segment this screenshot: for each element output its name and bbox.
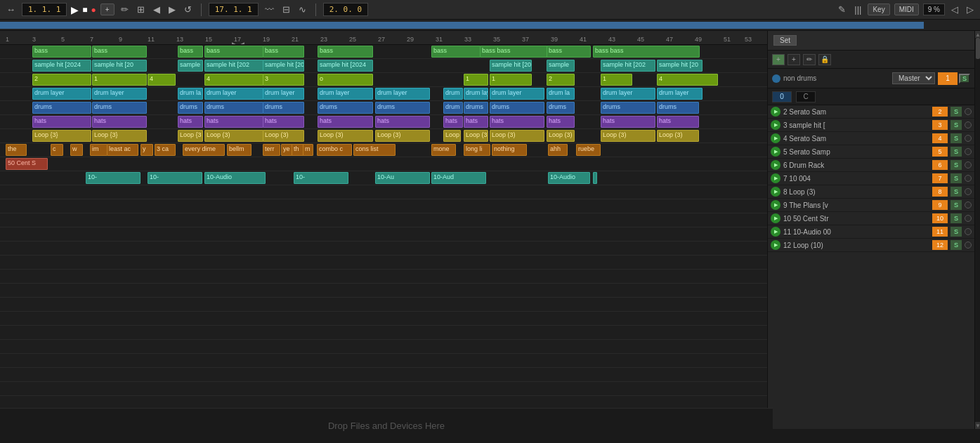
clip-bass-7[interactable]: bass	[431, 46, 481, 58]
clip-lyric-5[interactable]: least ac	[107, 144, 138, 156]
clip-bass-2[interactable]: bass	[92, 46, 147, 58]
zoom-in-icon[interactable]: ▷	[965, 4, 976, 15]
clip-drums-8[interactable]: drum	[443, 102, 463, 114]
clip-hats-10[interactable]: hats	[490, 116, 544, 128]
zoom-display[interactable]: 9 %	[923, 4, 945, 15]
scroll-track[interactable]	[975, 38, 980, 422]
add-button[interactable]: +	[100, 4, 115, 15]
clip-hats-7[interactable]: hats	[375, 116, 430, 128]
clip-samplehit-1[interactable]: sample hit [2024	[32, 60, 91, 72]
track-m-11[interactable]	[965, 228, 972, 235]
clip-lyric-1[interactable]: the	[6, 144, 27, 156]
time-display[interactable]: 17. 1. 1	[209, 3, 259, 16]
clip-num-3[interactable]: 4	[148, 74, 176, 86]
clip-drum-13[interactable]: drum layer	[657, 88, 703, 100]
back-icon[interactable]: ◀	[151, 4, 162, 15]
arrangement-view[interactable]: 1 3 5 7 9 11 13 15 17 19 21 23 25 27 29 …	[0, 31, 767, 429]
clip-drums-12[interactable]: drums	[601, 102, 655, 114]
clip-hats-3[interactable]: hats	[178, 116, 203, 128]
arrow-icon[interactable]: ↔	[4, 4, 18, 15]
clip-drum-8[interactable]: drum	[443, 88, 463, 100]
clip-lyric-17[interactable]: long li	[464, 144, 490, 156]
clip-lyric-9[interactable]: bellm	[227, 144, 251, 156]
track-s-2[interactable]: S	[950, 107, 962, 117]
clip-hats-4[interactable]: hats	[204, 116, 263, 128]
track-play-2[interactable]: ▶	[771, 107, 780, 117]
grid2-icon[interactable]: ⊟	[280, 4, 292, 15]
clip-drum-9[interactable]: drum lay	[464, 88, 488, 100]
clip-loop-9[interactable]: Loop (3)	[464, 130, 488, 142]
clip-samplehit-7[interactable]: sample hit [202	[490, 60, 532, 72]
clip-bass-bass-2[interactable]: bass bass	[593, 46, 700, 58]
clip-hats-5[interactable]: hats	[263, 116, 304, 128]
beat-display[interactable]: 2. 0. 0	[323, 3, 368, 16]
clip-drums-1[interactable]: drums	[32, 102, 91, 114]
clip-drums-7[interactable]: drums	[375, 102, 430, 114]
clip-lyric-7[interactable]: 3 ca	[155, 144, 176, 156]
clip-loop-11[interactable]: Loop (3)	[547, 130, 575, 142]
clip-drums-5[interactable]: drums	[263, 102, 304, 114]
track-item-3[interactable]: ▶ 3 sample hit [ 3 S	[768, 119, 974, 132]
clip-samplehit-3[interactable]: sample	[178, 60, 203, 72]
clip-num-1[interactable]: 2	[32, 74, 91, 86]
set-button[interactable]: Set	[773, 35, 797, 46]
track-play-8[interactable]: ▶	[771, 187, 780, 197]
track-item-4[interactable]: ▶ 4 Serato Sam 4 S	[768, 132, 974, 145]
track-s-4[interactable]: S	[950, 133, 962, 143]
clip-num-11[interactable]: 4	[657, 74, 718, 86]
clip-lyric-19[interactable]: ahh	[548, 144, 568, 156]
key-button[interactable]: Key	[868, 4, 889, 15]
clip-loop-8[interactable]: Loop	[443, 130, 461, 142]
clip-loop-12[interactable]: Loop (3)	[601, 130, 655, 142]
track-s-8[interactable]: S	[950, 187, 962, 197]
clip-drum-4[interactable]: drum layer	[204, 88, 263, 100]
clip-hats-8[interactable]: hats	[443, 116, 463, 128]
clip-num-4[interactable]: 4	[204, 74, 263, 86]
clip-bass-6[interactable]: bass	[318, 46, 373, 58]
track-m-12[interactable]	[965, 242, 972, 249]
track-m-7[interactable]	[965, 175, 972, 182]
pencil-ctrl-btn[interactable]: ✏	[803, 54, 816, 65]
track-play-9[interactable]: ▶	[771, 200, 780, 210]
scroll-down-arrow[interactable]: ▼	[975, 422, 980, 429]
clip-loop-13[interactable]: Loop (3)	[657, 130, 699, 142]
clip-hats-6[interactable]: hats	[318, 116, 373, 128]
waveform-icon[interactable]: 〰	[263, 4, 276, 15]
clip-bass-1[interactable]: bass	[32, 46, 91, 58]
clip-samplehit-10[interactable]: sample hit [20	[657, 60, 703, 72]
clip-hats-12[interactable]: hats	[601, 116, 655, 128]
clip-num-5[interactable]: 3	[263, 74, 304, 86]
clip-50cent[interactable]: 50 Cent S	[6, 158, 48, 170]
clip-lyric-3[interactable]: w	[70, 144, 83, 156]
clip-lyric-6[interactable]: y	[141, 144, 153, 156]
clip-samplehit-6[interactable]: sample hit [2024	[318, 60, 373, 72]
clip-drums-3[interactable]: drums	[178, 102, 203, 114]
clip-lyric-13[interactable]: m	[303, 144, 313, 156]
clip-samplehit-9[interactable]: sample hit [202	[601, 60, 655, 72]
track-s-5[interactable]: S	[950, 147, 962, 157]
clip-loop-6[interactable]: Loop (3)	[318, 130, 373, 142]
clip-num-7[interactable]: 1	[464, 74, 488, 86]
track-m-5[interactable]	[965, 148, 972, 155]
clip-audio-7[interactable]: 10-Audio	[548, 172, 590, 184]
track-m-9[interactable]	[965, 201, 972, 209]
bars-icon[interactable]: |||	[852, 4, 863, 15]
clip-lyric-16[interactable]: mone	[431, 144, 456, 156]
clip-hats-11[interactable]: hats	[547, 116, 575, 128]
clip-audio-8[interactable]	[593, 172, 597, 184]
right-scrollbar[interactable]: ▲ ▼	[974, 31, 980, 429]
track-s-11[interactable]: S	[950, 227, 962, 237]
clip-drums-11[interactable]: drums	[547, 102, 575, 114]
track-s-3[interactable]: S	[950, 120, 962, 130]
track-play-10[interactable]: ▶	[771, 213, 780, 223]
clip-drums-2[interactable]: drums	[92, 102, 147, 114]
track-m-2[interactable]	[965, 108, 972, 115]
track-s-9[interactable]: S	[950, 200, 962, 210]
master-select[interactable]: Master	[892, 72, 935, 84]
track-s-6[interactable]: S	[950, 160, 962, 170]
clip-drum-7[interactable]: drum layer	[375, 88, 430, 100]
clip-bass-5[interactable]: bass	[263, 46, 304, 58]
clip-lyric-10[interactable]: terr	[263, 144, 280, 156]
clip-samplehit-8[interactable]: sample	[547, 60, 575, 72]
clip-drum-5[interactable]: drum layer	[263, 88, 304, 100]
